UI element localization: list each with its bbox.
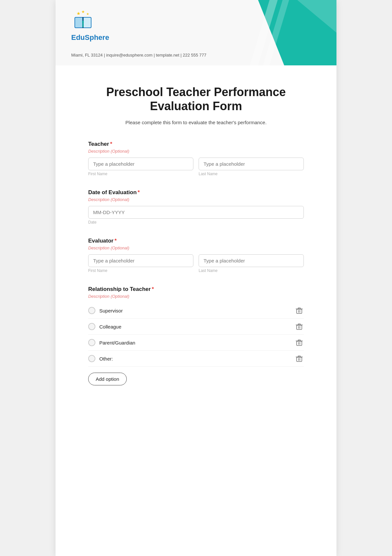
radio-option-left-3: Other: xyxy=(88,355,113,362)
svg-rect-13 xyxy=(297,309,302,313)
delete-option-0[interactable] xyxy=(295,306,304,315)
section-evaluator: Evaluator* Description (Optional) First … xyxy=(88,238,304,273)
radio-option-left-2: Parent/Guardian xyxy=(88,339,135,346)
evaluator-firstname-input[interactable] xyxy=(88,254,193,267)
evaluator-field-row: First Name Last Name xyxy=(88,254,304,273)
header-contact: Miami, FL 33124 | inquire@edusphere.com … xyxy=(71,53,206,58)
svg-rect-20 xyxy=(297,325,302,329)
teacher-lastname-sublabel: Last Name xyxy=(199,172,304,176)
radio-option-row-0: Supervisor xyxy=(88,303,304,319)
form-subtitle: Please complete this form to evaluate th… xyxy=(88,120,304,125)
radio-label-2: Parent/Guardian xyxy=(99,340,135,345)
svg-rect-2 xyxy=(83,18,91,27)
evaluator-firstname-sublabel: First Name xyxy=(88,268,193,273)
radio-circle-2[interactable] xyxy=(88,339,95,346)
logo-text: EduSphere xyxy=(71,33,109,42)
section-teacher: Teacher* Description (Optional) First Na… xyxy=(88,141,304,176)
page: ★ ★ ★ EduSphere Miami, FL 33124 | inquir… xyxy=(56,0,336,556)
section-date: Date of Evaluation* Description (Optiona… xyxy=(88,189,304,225)
section-teacher-description: Description (Optional) xyxy=(88,149,304,154)
delete-option-1[interactable] xyxy=(295,322,304,331)
radio-label-1: Colleague xyxy=(99,324,122,329)
header-decor xyxy=(232,0,336,65)
section-date-description: Description (Optional) xyxy=(88,197,304,202)
add-option-button[interactable]: Add option xyxy=(88,373,127,385)
required-star-date: * xyxy=(138,189,140,195)
form-title: Preschool Teacher Performance Evaluation… xyxy=(88,85,304,113)
teacher-field-row: First Name Last Name xyxy=(88,158,304,176)
section-evaluator-description: Description (Optional) xyxy=(88,245,304,250)
teacher-firstname-group: First Name xyxy=(88,158,193,176)
date-sublabel: Date xyxy=(88,220,304,225)
teacher-lastname-input[interactable] xyxy=(199,158,304,170)
required-star-relationship: * xyxy=(152,286,154,292)
section-date-label: Date of Evaluation* xyxy=(88,189,304,196)
section-relationship-label: Relationship to Teacher* xyxy=(88,286,304,293)
svg-rect-34 xyxy=(297,357,302,362)
date-input[interactable] xyxy=(88,206,304,219)
svg-text:★: ★ xyxy=(86,12,89,16)
logo-icon: ★ ★ ★ xyxy=(71,8,95,31)
form-body: Preschool Teacher Performance Evaluation… xyxy=(56,65,336,425)
section-relationship: Relationship to Teacher* Description (Op… xyxy=(88,286,304,385)
svg-rect-1 xyxy=(75,18,83,27)
radio-option-left-0: Supervisor xyxy=(88,307,123,314)
evaluator-lastname-sublabel: Last Name xyxy=(199,268,304,273)
radio-option-row-1: Colleague xyxy=(88,319,304,335)
required-star: * xyxy=(110,141,112,147)
radio-option-row-3: Other: xyxy=(88,351,304,367)
evaluator-lastname-input[interactable] xyxy=(199,254,304,267)
radio-circle-0[interactable] xyxy=(88,307,95,314)
teacher-firstname-input[interactable] xyxy=(88,158,193,170)
radio-option-row-2: Parent/Guardian xyxy=(88,335,304,351)
delete-option-2[interactable] xyxy=(295,338,304,347)
svg-text:★: ★ xyxy=(81,9,85,14)
date-field-group: Date xyxy=(88,206,304,225)
logo-area: ★ ★ ★ EduSphere xyxy=(71,8,109,42)
teacher-firstname-sublabel: First Name xyxy=(88,172,193,176)
radio-label-0: Supervisor xyxy=(99,308,123,313)
svg-text:★: ★ xyxy=(76,11,81,16)
teacher-lastname-group: Last Name xyxy=(199,158,304,176)
section-evaluator-label: Evaluator* xyxy=(88,238,304,244)
section-teacher-label: Teacher* xyxy=(88,141,304,147)
evaluator-firstname-group: First Name xyxy=(88,254,193,273)
header: ★ ★ ★ EduSphere Miami, FL 33124 | inquir… xyxy=(56,0,336,65)
radio-label-3: Other: xyxy=(99,356,113,362)
section-relationship-description: Description (Optional) xyxy=(88,294,304,299)
svg-rect-27 xyxy=(297,341,302,345)
radio-options: Supervisor xyxy=(88,303,304,367)
required-star-evaluator: * xyxy=(114,238,117,244)
evaluator-lastname-group: Last Name xyxy=(199,254,304,273)
radio-circle-3[interactable] xyxy=(88,355,95,362)
radio-option-left-1: Colleague xyxy=(88,323,122,330)
radio-circle-1[interactable] xyxy=(88,323,95,330)
delete-option-3[interactable] xyxy=(295,354,304,363)
